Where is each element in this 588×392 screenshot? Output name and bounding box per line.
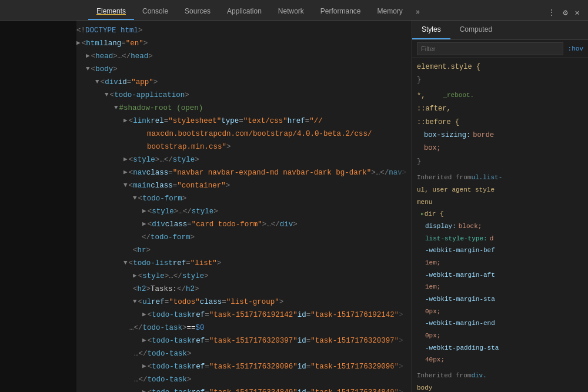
expand-arrow[interactable] bbox=[123, 258, 128, 269]
dom-line: <todo-task ref="task-1517176334849" id="… bbox=[0, 386, 412, 392]
menu-line: menu bbox=[412, 196, 588, 209]
webkit-0px-2: 0px; bbox=[412, 330, 588, 342]
styles-panel: Styles Computed :hov element.style { } bbox=[412, 21, 588, 392]
box-sizing-val: borde bbox=[473, 129, 494, 141]
box-sizing-prop: box-sizing: bbox=[424, 129, 470, 141]
devtools-tabs: Elements Console Sources Application Net… bbox=[0, 0, 588, 21]
star-rule-selector1: *, _reboot. bbox=[412, 89, 588, 102]
expand-arrow[interactable] bbox=[142, 206, 146, 217]
expand-arrow[interactable] bbox=[114, 103, 118, 113]
display-prop: display: bbox=[425, 221, 456, 232]
dom-line: </todo-form> bbox=[0, 231, 412, 244]
expand-arrow[interactable] bbox=[142, 336, 146, 346]
tab-elements[interactable]: Elements bbox=[88, 4, 134, 20]
doctype-tag: DOCTYPE html bbox=[85, 25, 138, 36]
html-tag: html bbox=[86, 38, 103, 49]
hov-button[interactable]: :hov bbox=[568, 45, 583, 52]
before-selector: ::before { bbox=[417, 116, 459, 128]
expand-arrow[interactable] bbox=[142, 387, 146, 392]
webkit-prop4: -webkit-margin-end bbox=[425, 318, 495, 329]
dom-line: <todo-task ref="task-1517176329096" id="… bbox=[0, 360, 412, 373]
lang-val: "en" bbox=[126, 38, 143, 49]
tab-performance[interactable]: Performance bbox=[312, 4, 369, 20]
dock-icon[interactable]: ⋮ bbox=[544, 5, 559, 20]
dom-line: … </todo-task> bbox=[0, 347, 412, 360]
punct: < bbox=[82, 38, 86, 49]
webkit-40px: 40px; bbox=[412, 354, 588, 366]
after-selector: ::after, bbox=[417, 103, 451, 115]
expand-arrow[interactable] bbox=[123, 167, 128, 178]
filter-bar: :hov bbox=[412, 40, 588, 58]
punct: <! bbox=[76, 25, 85, 36]
inherited2-selector: div. bbox=[471, 370, 486, 381]
close-icon[interactable]: ✕ bbox=[572, 5, 583, 20]
settings-icon[interactable]: ⚙ bbox=[559, 5, 571, 20]
expand-arrow[interactable] bbox=[105, 90, 109, 100]
dom-line: <ul ref="todos" class="list-group"> bbox=[0, 296, 412, 309]
webkit-margin-sta: -webkit-margin-sta bbox=[412, 293, 588, 306]
webkit-prop5: -webkit-padding-sta bbox=[425, 343, 499, 354]
more-tabs-button[interactable]: » bbox=[411, 5, 425, 20]
top-right-icons: ⋮ ⚙ ✕ bbox=[544, 5, 588, 20]
star-rule-selector2: ::after, bbox=[412, 102, 588, 115]
tab-sources[interactable]: Sources bbox=[176, 4, 219, 20]
dom-line: <main class="container"> bbox=[0, 179, 412, 192]
dir-selector: dir { bbox=[425, 209, 444, 220]
expand-arrow[interactable] bbox=[86, 51, 90, 62]
tab-computed[interactable]: Computed bbox=[450, 21, 502, 39]
tab-console[interactable]: Console bbox=[134, 4, 176, 20]
close-brace: } bbox=[417, 74, 421, 86]
expand-arrow[interactable] bbox=[95, 77, 99, 88]
webkit-margin-aft: -webkit-margin-aft bbox=[412, 269, 588, 282]
punct2: > bbox=[138, 25, 143, 36]
display-val: block; bbox=[459, 221, 482, 232]
webkit-val1: 1em; bbox=[425, 257, 440, 269]
dom-line: <html lang="en"> bbox=[0, 37, 412, 50]
expand-arrow[interactable] bbox=[123, 155, 128, 165]
inherited-label: Inherited from ul.list- bbox=[412, 172, 588, 184]
webkit-1em-2: 1em; bbox=[412, 281, 588, 293]
webkit-val4: 0px; bbox=[425, 330, 440, 341]
dom-line: <head> … </head> bbox=[0, 50, 412, 63]
box-val: box; bbox=[424, 142, 441, 154]
reboot-comment: _reboot. bbox=[443, 90, 474, 102]
expand-arrow[interactable] bbox=[142, 219, 146, 230]
expand-arrow[interactable] bbox=[133, 271, 137, 282]
webkit-padding-sta: -webkit-padding-sta bbox=[412, 342, 588, 354]
expand-arrow[interactable] bbox=[142, 361, 146, 372]
expand-arrow[interactable] bbox=[142, 310, 146, 320]
devtools-window: Elements Console Sources Application Net… bbox=[0, 0, 588, 392]
body-selector: body bbox=[417, 383, 432, 392]
filter-input[interactable] bbox=[417, 42, 563, 55]
expand-arrow[interactable] bbox=[86, 64, 90, 75]
expand-arrow[interactable] bbox=[123, 180, 128, 191]
dom-line: <h2> Tasks: </h2> bbox=[0, 283, 412, 296]
dom-line: … </todo-task> bbox=[0, 373, 412, 386]
display-rule: display: block; bbox=[412, 220, 588, 233]
webkit-prop3: -webkit-margin-sta bbox=[425, 294, 495, 305]
menu-selector: menu bbox=[417, 197, 432, 208]
expand-arrow[interactable] bbox=[133, 193, 137, 204]
expand-arrow[interactable] bbox=[76, 38, 81, 49]
tab-memory[interactable]: Memory bbox=[369, 4, 411, 20]
inherited-from-text: Inherited from bbox=[417, 172, 471, 183]
dom-line: <todo-task ref="task-1517176320397" id="… bbox=[0, 334, 412, 347]
box-val-line: box; bbox=[412, 142, 588, 155]
tab-network[interactable]: Network bbox=[270, 4, 312, 20]
tab-styles[interactable]: Styles bbox=[412, 21, 450, 39]
dom-tree: <!DOCTYPE html> <html lang="en"> <head> … bbox=[0, 21, 412, 392]
list-style-val: d bbox=[490, 233, 494, 244]
list-style-rule: list-style-type: d bbox=[412, 233, 588, 245]
style-close: } bbox=[412, 73, 588, 86]
dom-line: <todo-form> bbox=[0, 192, 412, 205]
styles-content: element.style { } *, _reboot. ::after, :… bbox=[412, 58, 588, 392]
webkit-val5: 40px; bbox=[425, 354, 445, 366]
webkit-prop2: -webkit-margin-aft bbox=[425, 270, 495, 281]
expand-arrow[interactable] bbox=[123, 116, 128, 126]
dom-line: <style> … </style> bbox=[0, 153, 412, 166]
dom-line: <todo-list ref="list"> bbox=[0, 257, 412, 270]
tab-application[interactable]: Application bbox=[219, 4, 270, 20]
dom-line: … </todo-task> == $0 bbox=[0, 321, 412, 334]
box-sizing-rule: box-sizing: borde bbox=[412, 129, 588, 142]
expand-arrow[interactable] bbox=[133, 297, 137, 307]
